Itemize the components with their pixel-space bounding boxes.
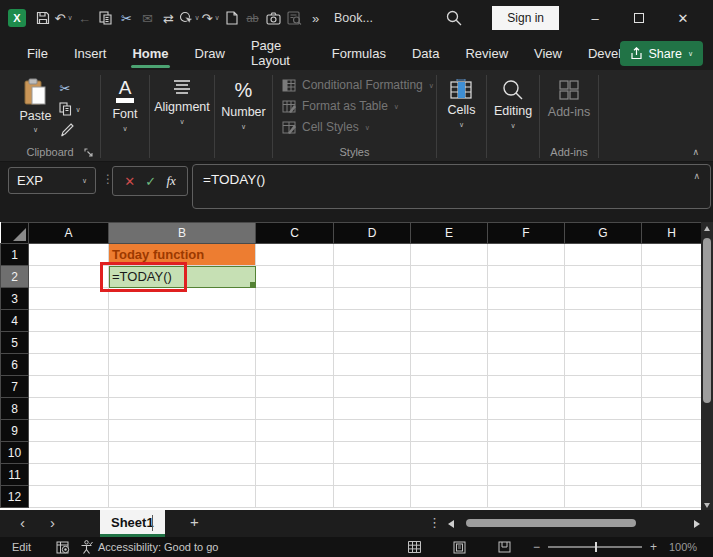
grid-cell[interactable] <box>256 310 334 332</box>
sign-in-button[interactable]: Sign in <box>492 6 559 30</box>
sheet-tab-sheet1[interactable]: Sheet1 <box>100 510 165 537</box>
grid-cell[interactable] <box>488 442 565 464</box>
insert-function-button[interactable]: fx <box>166 173 175 189</box>
grid-cell[interactable] <box>565 332 642 354</box>
grid-cell[interactable] <box>29 310 109 332</box>
chevron-down-icon[interactable]: ∨ <box>82 177 87 184</box>
grid-cell[interactable] <box>642 266 702 288</box>
tab-review[interactable]: Review <box>452 36 521 70</box>
new-document-button[interactable] <box>221 11 242 25</box>
name-box[interactable]: EXP ∨ <box>8 167 96 194</box>
chevron-down-icon[interactable]: ∨ <box>214 14 219 22</box>
grid-cell[interactable] <box>29 398 109 420</box>
grid-cell[interactable] <box>565 442 642 464</box>
column-header-d[interactable]: D <box>334 223 411 244</box>
grid-cell[interactable] <box>565 420 642 442</box>
grid-cell[interactable] <box>411 354 488 376</box>
grid-cell[interactable] <box>256 486 334 508</box>
save-button[interactable] <box>32 11 53 25</box>
grid-cell[interactable] <box>334 486 411 508</box>
grid-cell[interactable] <box>109 332 256 354</box>
grid-cell[interactable] <box>642 310 702 332</box>
email-button[interactable]: ✉ <box>137 12 158 25</box>
chevron-down-icon[interactable]: ∨ <box>194 14 199 22</box>
vertical-scrollbar[interactable] <box>701 222 713 512</box>
macro-recording-button[interactable] <box>56 541 70 554</box>
grid-cell[interactable] <box>642 354 702 376</box>
grid-cell[interactable] <box>334 398 411 420</box>
column-header-a[interactable]: A <box>29 223 109 244</box>
grid-cell[interactable] <box>334 442 411 464</box>
zoom-level[interactable]: 100% <box>669 541 707 553</box>
tab-data[interactable]: Data <box>399 36 452 70</box>
row-header-9[interactable]: 9 <box>1 420 29 442</box>
grid-cell[interactable] <box>29 288 109 310</box>
grid-cell[interactable] <box>411 420 488 442</box>
accessibility-status[interactable] <box>80 540 93 554</box>
grid-cell[interactable] <box>411 398 488 420</box>
row-header-6[interactable]: 6 <box>1 354 29 376</box>
grid-cell[interactable] <box>488 376 565 398</box>
grid-cell[interactable] <box>488 464 565 486</box>
grid-cell[interactable] <box>109 376 256 398</box>
cancel-entry-button[interactable]: ✕ <box>124 174 135 189</box>
grid-cell[interactable] <box>109 486 256 508</box>
format-as-table-button[interactable]: Format as Table ∨ <box>282 99 436 113</box>
grid-cell[interactable] <box>109 354 256 376</box>
row-header-8[interactable]: 8 <box>1 398 29 420</box>
grid-cell[interactable] <box>488 288 565 310</box>
font-button[interactable]: A Font ∨ <box>112 70 137 161</box>
grid-cell[interactable] <box>488 420 565 442</box>
grid-cell[interactable] <box>642 244 702 266</box>
grid-cell[interactable] <box>488 398 565 420</box>
fill-handle[interactable] <box>250 282 255 287</box>
select-all-button[interactable] <box>1 223 29 244</box>
grid-cell[interactable] <box>488 266 565 288</box>
undo-button[interactable]: ↶ ∨ <box>53 12 74 25</box>
row-header-11[interactable]: 11 <box>1 464 29 486</box>
grid-cell[interactable] <box>334 376 411 398</box>
conditional-formatting-button[interactable]: Conditional Formatting ∨ <box>282 78 436 92</box>
copy-button[interactable] <box>95 11 116 25</box>
grid-cell[interactable] <box>411 442 488 464</box>
grid-cell[interactable] <box>256 464 334 486</box>
collapse-formula-bar-button[interactable]: ∧ <box>693 171 700 181</box>
vertical-scroll-thumb[interactable] <box>703 238 711 403</box>
grid-cell[interactable] <box>565 266 642 288</box>
chevron-down-icon[interactable]: ∨ <box>67 14 72 22</box>
grid-cell[interactable] <box>109 398 256 420</box>
column-header-f[interactable]: F <box>488 223 565 244</box>
collapse-ribbon-button[interactable]: ∧ <box>692 147 699 157</box>
grid-cell[interactable] <box>334 310 411 332</box>
grid-cell[interactable] <box>565 486 642 508</box>
grid-cell[interactable] <box>109 464 256 486</box>
cut-button[interactable]: ✂ <box>59 80 70 96</box>
tab-insert[interactable]: Insert <box>61 36 120 70</box>
grid-cell[interactable] <box>109 442 256 464</box>
grid-cell[interactable] <box>29 486 109 508</box>
zoom-out-button[interactable]: − <box>533 540 540 554</box>
cell-styles-button[interactable]: Cell Styles ∨ <box>282 120 436 134</box>
grid-cell[interactable] <box>642 376 702 398</box>
horizontal-scroll-thumb[interactable] <box>466 519 636 527</box>
grid-cell[interactable] <box>334 354 411 376</box>
grid-cell[interactable] <box>29 354 109 376</box>
grid-cell[interactable] <box>565 398 642 420</box>
grid-cell[interactable] <box>29 442 109 464</box>
column-header-c[interactable]: C <box>256 223 334 244</box>
grid-cell[interactable] <box>109 310 256 332</box>
grid-cell[interactable] <box>411 332 488 354</box>
grid-cell[interactable] <box>256 398 334 420</box>
back-button[interactable]: ← <box>74 12 95 25</box>
share-button[interactable]: Share ∨ <box>620 41 703 66</box>
previous-sheet-button[interactable]: ‹ <box>20 515 25 531</box>
tab-formulas[interactable]: Formulas <box>319 36 399 70</box>
camera-button[interactable] <box>263 12 284 25</box>
row-header-12[interactable]: 12 <box>1 486 29 508</box>
number-button[interactable]: % Number ∨ <box>221 70 265 161</box>
enter-entry-button[interactable]: ✓ <box>145 174 156 189</box>
scroll-right-icon[interactable] <box>694 520 700 528</box>
grid-cell[interactable] <box>334 332 411 354</box>
horizontal-scrollbar[interactable] <box>448 517 700 530</box>
tab-page-layout[interactable]: Page Layout <box>238 36 319 70</box>
